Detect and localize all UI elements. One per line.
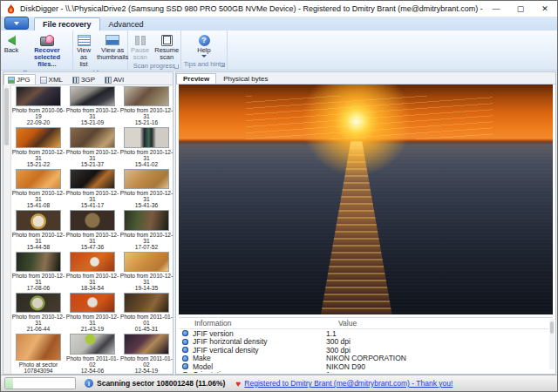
thumbnails-view-icon (105, 35, 119, 45)
info-row: ModelNIKON D90 (179, 362, 553, 371)
group-expander-icon[interactable] (174, 64, 179, 69)
tab-avi[interactable]: AVI (100, 74, 129, 84)
ribbon-group-tips: ? Help Tips and hints (181, 30, 228, 70)
thumbnail-item[interactable]: Photo from 2010-12-3121-06-44 (11, 291, 65, 332)
registered-link[interactable]: Registered to Dmitry Brant (me@dmitrybra… (244, 379, 453, 388)
thumbnail-photo[interactable] (124, 252, 169, 272)
thumbnail-photo[interactable] (70, 127, 115, 147)
thumbnail-photo[interactable] (70, 293, 115, 313)
thumbnail-photo[interactable] (70, 334, 115, 354)
value-column-header: Value (338, 319, 553, 328)
thumbnail-photo[interactable] (16, 86, 61, 106)
thumbnail-caption: Photo from 2010-12-3117-07-52 (119, 232, 174, 250)
help-button[interactable]: ? Help (194, 32, 214, 58)
tab-physical-bytes[interactable]: Physical bytes (216, 73, 275, 84)
thumbnail-caption: Photo from 2011-01-0212-54-19 (119, 355, 174, 374)
maximize-button[interactable]: ▢ (508, 2, 533, 17)
thumbnail-item[interactable]: Photo from 2010-12-3119-14-35 (119, 250, 174, 291)
thumbnail-item[interactable]: Photo from 2010-12-3115-41-08 (11, 167, 65, 208)
pause-scan-button: Pause scan (129, 32, 151, 62)
info-label: JFIF vertical density (193, 346, 326, 355)
thumbnail-item[interactable]: Photo from 2010-12-3115-47-36 (65, 208, 119, 249)
tab-jpg[interactable]: JPG (3, 74, 36, 84)
thumbnail-item[interactable]: Photo from 2010-12-3118-34-54 (65, 250, 119, 291)
thumbnail-photo[interactable] (70, 86, 115, 106)
chevron-down-icon (14, 22, 19, 25)
thumbnail-item[interactable]: Photo from 2010-12-3115-21-37 (65, 125, 119, 166)
preview-panel: Preview Physical bytes Information Value… (175, 71, 556, 375)
info-bullet-icon (182, 363, 188, 369)
thumbnail-item[interactable]: Photo from 2011-01-0101-45-31 (119, 291, 174, 332)
jpg-file-icon (8, 77, 15, 84)
thumbnail-item[interactable]: Photo from 2010-12-3121-43-19 (65, 291, 119, 332)
recover-selected-files-button[interactable]: Recover selected files... (23, 32, 71, 69)
application-menu-button[interactable] (4, 17, 29, 30)
group-label-tips: Tips and hints (184, 60, 224, 68)
thumbnail-photo[interactable] (16, 210, 61, 230)
thumbnail-item[interactable]: Photo from 2010-12-3117-07-52 (119, 208, 174, 249)
info-table-scrollbar[interactable] (549, 319, 555, 369)
thumbnail-item[interactable]: Photo from 2010-12-3115-21-22 (11, 125, 65, 166)
info-bullet-icon (182, 339, 188, 345)
progress-fill (5, 378, 13, 389)
thumbnail-photo[interactable] (124, 127, 169, 147)
thumbnail-photo[interactable] (70, 252, 115, 272)
thumbnail-item[interactable]: Photo from 2011-01-0212-54-06 (65, 332, 119, 373)
thumbnail-item[interactable]: Photo from 2011-01-0212-54-19 (119, 332, 174, 373)
back-button[interactable]: Back (2, 32, 21, 55)
thumbnail-photo[interactable] (124, 210, 169, 230)
thumbnail-item[interactable]: Photo from 2010-12-3115-41-17 (65, 167, 119, 208)
view-as-list-button[interactable]: View as list (74, 32, 93, 69)
thumbnail-caption: Photo from 2010-12-3115-21-09 (65, 107, 119, 125)
thumbnail-item[interactable]: Photo from 2010-12-3117-08-06 (11, 250, 65, 291)
info-label: JFIF version (193, 329, 326, 338)
view-as-thumbnails-button[interactable]: View as thumbnails (95, 32, 130, 62)
thumbnail-photo[interactable] (124, 334, 169, 354)
thumbnail-item[interactable]: Photo from 2010-06-1922-09-20 (11, 84, 65, 125)
thumbnail-photo[interactable] (124, 293, 169, 313)
group-expander-icon[interactable] (221, 63, 225, 67)
thumbnail-caption: Photo from 2011-01-0212-54-06 (65, 355, 119, 374)
thumbnail-photo[interactable] (16, 127, 61, 147)
thumbnail-caption: Photo from 2010-12-3115-47-36 (65, 232, 119, 250)
ribbon: Back Recover selected files... Recovery … (1, 30, 557, 71)
thumbnail-caption: Photo from 2010-12-3115-44-58 (11, 232, 65, 250)
thumbnail-item[interactable]: Photo from 2010-12-3115-21-16 (119, 84, 174, 125)
scrollbar-thumb[interactable] (550, 321, 554, 334)
info-label: Orientation (193, 370, 326, 373)
sea-ripples (179, 145, 553, 314)
thumbnail-caption: Photo from 2010-12-3115-21-16 (119, 107, 174, 125)
scrollbar-thumb[interactable] (4, 88, 9, 145)
tab-preview[interactable]: Preview (176, 73, 216, 84)
thumbnail-photo[interactable] (124, 169, 169, 189)
tab-3gp[interactable]: 3GP (68, 74, 100, 84)
thumbnail-item[interactable]: Photo from 2010-12-3115-21-09 (65, 84, 119, 125)
info-value: 300 dpi (326, 346, 553, 355)
thumbnail-caption: Photo from 2010-12-3115-21-37 (65, 149, 119, 167)
info-icon: i (85, 379, 93, 388)
thumbnail-photo[interactable] (16, 169, 61, 189)
play-icon (161, 35, 173, 46)
info-label: Make (193, 354, 326, 362)
close-button[interactable]: ✕ (533, 2, 557, 17)
info-label: Model (193, 362, 326, 371)
thumbnail-photo[interactable] (16, 293, 61, 313)
tab-xml[interactable]: XML (36, 74, 68, 84)
thumbnail-photo[interactable] (70, 210, 115, 230)
minimize-button[interactable]: — (484, 2, 508, 17)
info-row: JFIF horizontal density300 dpi (179, 338, 553, 347)
thumbnail-item[interactable]: Photo at sector107843094 (11, 332, 65, 373)
tab-file-recovery[interactable]: File recovery (34, 17, 100, 30)
resume-scan-button[interactable]: Resume scan (153, 32, 180, 62)
thumbnail-caption: Photo from 2010-12-3115-21-22 (11, 149, 65, 167)
thumbnails-scrollbar[interactable] (3, 84, 11, 374)
file-type-tab-strip: JPG XML 3GP AVI (3, 72, 173, 85)
thumbnail-photo[interactable] (16, 252, 61, 272)
thumbnail-photo[interactable] (70, 169, 115, 189)
thumbnail-item[interactable]: Photo from 2010-12-3115-41-02 (119, 125, 174, 166)
thumbnail-photo[interactable] (124, 86, 169, 106)
thumbnail-item[interactable]: Photo from 2010-12-3115-44-58 (11, 208, 65, 249)
tab-advanced[interactable]: Advanced (100, 17, 153, 30)
thumbnail-photo[interactable] (16, 334, 61, 360)
thumbnail-item[interactable]: Photo from 2010-12-3115-41-36 (119, 167, 174, 208)
